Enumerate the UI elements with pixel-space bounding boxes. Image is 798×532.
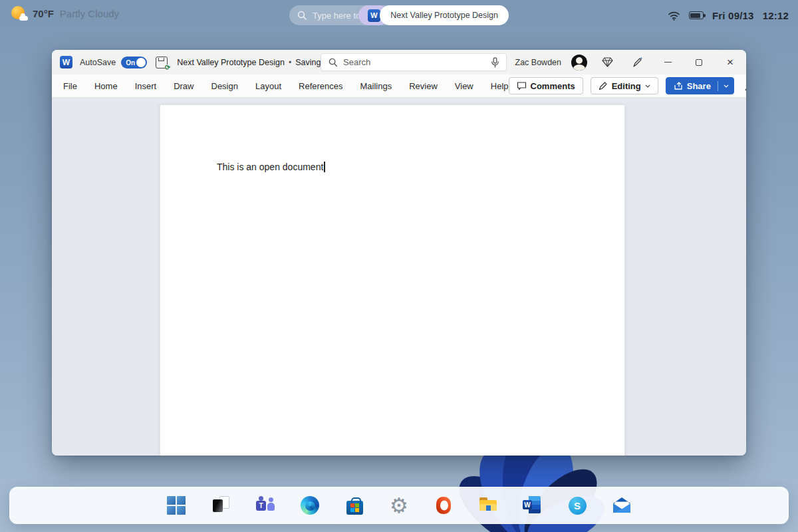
taskbar-task-view-button[interactable] xyxy=(211,495,231,515)
save-button[interactable]: ⟳ xyxy=(156,57,168,68)
tab-draw[interactable]: Draw xyxy=(174,81,194,91)
ribbon-right-cluster: Comments Editing Share xyxy=(509,76,746,95)
share-icon xyxy=(674,81,683,90)
maximize-icon xyxy=(696,59,702,66)
sync-badge-icon: ⟳ xyxy=(165,65,170,71)
taskbar-settings-button[interactable]: ⚙ xyxy=(389,495,409,515)
person-chat-icon xyxy=(745,80,746,91)
taskbar-word-button[interactable]: W xyxy=(523,495,543,515)
search-icon xyxy=(297,11,307,21)
taskbar-store-button[interactable] xyxy=(344,495,364,515)
autosave-toggle-state: On xyxy=(126,59,135,66)
account-avatar[interactable] xyxy=(571,55,587,70)
tab-mailings[interactable]: Mailings xyxy=(360,81,392,91)
partly-cloudy-icon xyxy=(11,5,27,21)
ribbon-tabs: File Home Insert Draw Design Layout Refe… xyxy=(63,81,509,91)
settings-gear-icon: ⚙ xyxy=(390,495,408,516)
tab-references[interactable]: References xyxy=(299,81,342,91)
document-page[interactable]: This is an open document xyxy=(160,104,625,456)
autosave-label: AutoSave xyxy=(80,58,116,67)
taskbar-edge-button[interactable] xyxy=(300,495,320,515)
document-canvas: This is an open document xyxy=(52,98,746,456)
word-logo-icon: W xyxy=(60,56,72,68)
autosave-toggle[interactable]: On xyxy=(121,57,147,68)
tab-design[interactable]: Design xyxy=(211,81,238,91)
windows-logo-icon xyxy=(167,496,186,515)
chevron-down-icon xyxy=(724,84,729,88)
desktop-search-input[interactable] xyxy=(313,11,358,21)
pen-sparkle-icon xyxy=(632,57,643,68)
mail-icon xyxy=(612,497,631,513)
desktop-search-bar[interactable]: W Next Valley Prototype Design xyxy=(289,5,509,25)
weather-widget[interactable]: 70°F Partly Cloudy xyxy=(11,5,119,21)
account-name[interactable]: Zac Bowden xyxy=(515,58,561,67)
taskbar-start-button[interactable] xyxy=(166,495,186,515)
titlebar-right-cluster: Zac Bowden × xyxy=(515,50,741,74)
comments-label: Comments xyxy=(531,81,575,91)
teams-icon: T xyxy=(256,501,266,511)
system-tray[interactable]: Fri 09/13 12:12 xyxy=(668,6,789,25)
minimize-icon xyxy=(664,62,672,63)
tray-date[interactable]: Fri 09/13 xyxy=(712,10,754,21)
edge-icon xyxy=(301,496,319,515)
taskbar-mail-button[interactable] xyxy=(612,495,632,515)
ribbon-bar: File Home Insert Draw Design Layout Refe… xyxy=(52,74,746,98)
close-icon: × xyxy=(727,57,733,68)
taskbar-file-explorer-button[interactable] xyxy=(478,495,498,515)
word-window: W AutoSave On ⟳ Next Valley Prototype De… xyxy=(52,50,746,456)
battery-icon[interactable] xyxy=(689,11,704,19)
word-search-input[interactable] xyxy=(343,57,484,67)
tab-view[interactable]: View xyxy=(455,81,473,91)
weather-temp: 70°F xyxy=(33,8,54,19)
skype-icon: S xyxy=(569,497,587,515)
wifi-icon[interactable] xyxy=(668,11,680,21)
taskbar-teams-button[interactable]: T xyxy=(255,495,275,515)
search-icon xyxy=(329,58,338,67)
comment-bubble-icon xyxy=(517,81,527,90)
tab-file[interactable]: File xyxy=(63,81,77,91)
chevron-down-icon xyxy=(645,84,650,88)
toggle-knob xyxy=(136,58,146,67)
editing-mode-button[interactable]: Editing xyxy=(591,77,658,94)
active-app-chip[interactable]: W Next Valley Prototype Design xyxy=(358,5,509,25)
designer-diamond-icon xyxy=(602,57,613,67)
tray-time[interactable]: 12:12 xyxy=(763,10,789,21)
tab-home[interactable]: Home xyxy=(94,81,118,91)
share-button[interactable]: Share xyxy=(666,77,734,94)
comments-button[interactable]: Comments xyxy=(509,77,583,94)
maximize-button[interactable] xyxy=(688,53,710,72)
catch-up-button[interactable] xyxy=(741,76,746,95)
editor-pen-button[interactable] xyxy=(627,53,647,72)
tab-insert[interactable]: Insert xyxy=(135,81,157,91)
weather-condition: Partly Cloudy xyxy=(60,8,119,19)
editing-label: Editing xyxy=(612,81,641,91)
designer-button[interactable] xyxy=(597,53,617,72)
tab-layout[interactable]: Layout xyxy=(255,81,281,91)
close-button[interactable]: × xyxy=(720,53,741,72)
share-label: Share xyxy=(687,81,711,91)
document-text-line: This is an open document xyxy=(217,162,325,172)
word-logo-icon: W xyxy=(368,9,380,22)
office-icon xyxy=(435,496,452,515)
top-widget-bar: 70°F Partly Cloudy W Next Valley Prototy… xyxy=(0,0,798,31)
microphone-icon[interactable] xyxy=(491,57,499,68)
active-app-label[interactable]: Next Valley Prototype Design xyxy=(380,5,509,25)
taskbar-office-button[interactable] xyxy=(434,495,454,515)
pencil-icon xyxy=(598,81,608,90)
microsoft-store-icon xyxy=(346,501,363,515)
tab-help[interactable]: Help xyxy=(491,81,509,91)
tab-review[interactable]: Review xyxy=(409,81,438,91)
taskbar: T ⚙ W S xyxy=(9,487,789,524)
document-title: Next Valley Prototype Design xyxy=(177,58,285,67)
word-search-box[interactable] xyxy=(321,53,507,71)
minimize-button[interactable] xyxy=(657,53,678,72)
text-caret xyxy=(324,162,325,172)
taskbar-skype-button[interactable]: S xyxy=(567,495,587,515)
document-title-menu[interactable]: Next Valley Prototype Design • Saving... xyxy=(177,58,338,67)
word-titlebar: W AutoSave On ⟳ Next Valley Prototype De… xyxy=(52,50,746,74)
title-separator: • xyxy=(289,58,291,67)
